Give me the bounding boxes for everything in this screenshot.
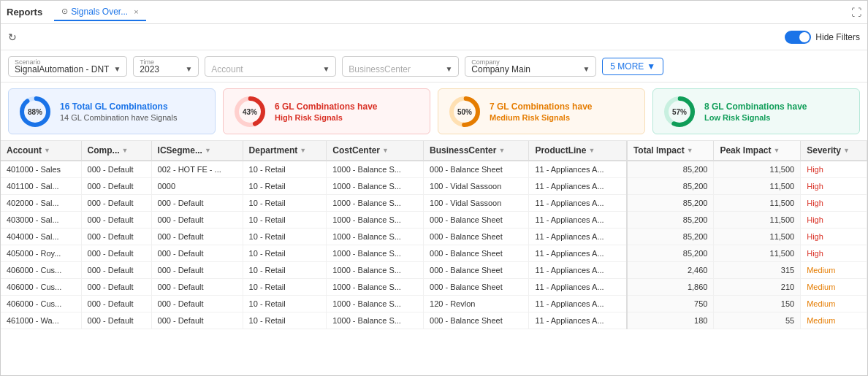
summary-text-orange: 7 GL Combinations have Medium Risk Signa…: [490, 101, 636, 122]
bc-filter[interactable]: BusinessCenter ▼: [342, 56, 459, 77]
col-header-comp[interactable]: Comp...▼: [81, 141, 151, 161]
sort-icon-peak[interactable]: ▼: [773, 147, 780, 154]
table-row[interactable]: 401100 - Sal...000 - Default000010 - Ret…: [1, 178, 867, 195]
summary-desc-red: High Risk Signals: [275, 113, 421, 122]
table-row[interactable]: 406000 - Cus...000 - Default000 - Defaul…: [1, 279, 867, 296]
col-header-total[interactable]: Total Impact▼: [627, 141, 714, 161]
table-row[interactable]: 406000 - Cus...000 - Default000 - Defaul…: [1, 262, 867, 279]
sort-icon-product[interactable]: ▼: [588, 147, 595, 154]
table-cell: 000 - Default: [81, 262, 151, 279]
summary-desc-teal: Low Risk Signals: [704, 113, 850, 122]
table-cell: 000 - Balance Sheet: [424, 262, 529, 279]
table-cell: 11,500: [714, 178, 801, 195]
table-cell: 10 - Retail: [243, 312, 327, 329]
company-filter[interactable]: Company Company Main ▼: [465, 56, 596, 77]
table-cell: 11 - Appliances A...: [529, 178, 627, 195]
table-cell: High: [801, 229, 867, 245]
company-value[interactable]: Company Main ▼: [471, 64, 590, 74]
sort-icon-bc[interactable]: ▼: [498, 147, 505, 154]
table-cell: 000 - Default: [151, 279, 243, 296]
table-cell: High: [801, 161, 867, 178]
table-cell: 1000 - Balance S...: [327, 161, 424, 178]
maximize-button[interactable]: ⛶: [851, 7, 861, 18]
summary-card-red: 43% 6 GL Combinations have High Risk Sig…: [223, 88, 430, 134]
more-filters-button[interactable]: 5 MORE ▼: [602, 58, 663, 75]
table-cell: 000 - Default: [151, 312, 243, 329]
col-header-cost[interactable]: CostCenter▼: [327, 141, 424, 161]
time-value[interactable]: 2023 ▼: [140, 64, 192, 74]
table-cell: 100 - Vidal Sassoon: [424, 178, 529, 195]
table-cell: 180: [627, 312, 714, 329]
table-cell: 000 - Balance Sheet: [424, 161, 529, 178]
scenario-value[interactable]: SignalAutomation - DNT ▼: [15, 64, 121, 74]
table-cell: 85,200: [627, 178, 714, 195]
col-header-peak[interactable]: Peak Impact▼: [714, 141, 801, 161]
table-row[interactable]: 405000 - Roy...000 - Default000 - Defaul…: [1, 245, 867, 262]
table-cell: 11 - Appliances A...: [529, 229, 627, 245]
hide-filters-toggle[interactable]: [785, 31, 811, 44]
col-header-severity[interactable]: Severity▼: [801, 141, 867, 161]
table-row[interactable]: 401000 - Sales000 - Default002 - HOT FE …: [1, 161, 867, 178]
bc-value[interactable]: BusinessCenter ▼: [349, 64, 452, 74]
account-arrow-icon: ▼: [322, 65, 330, 73]
data-table: Account▼ Comp...▼ ICSegme...▼ Department…: [1, 141, 867, 329]
col-header-icseg[interactable]: ICSegme...▼: [151, 141, 243, 161]
table-cell: 10 - Retail: [243, 212, 327, 229]
col-header-bc[interactable]: BusinessCenter▼: [424, 141, 529, 161]
table-cell: 403000 - Sal...: [1, 212, 81, 229]
sort-icon-dept[interactable]: ▼: [300, 147, 306, 154]
summary-desc-blue: 14 GL Combination have Signals: [60, 113, 206, 122]
scenario-arrow-icon: ▼: [113, 65, 121, 73]
tab-close-button[interactable]: ×: [134, 7, 138, 16]
col-header-dept[interactable]: Department▼: [243, 141, 327, 161]
active-tab[interactable]: ⊙ Signals Over... ×: [54, 4, 145, 21]
table-row[interactable]: 402000 - Sal...000 - Default000 - Defaul…: [1, 195, 867, 212]
table-cell: 11 - Appliances A...: [529, 296, 627, 312]
table-cell: 000 - Default: [151, 262, 243, 279]
table-cell: 000 - Default: [151, 245, 243, 262]
filters-row: Scenario SignalAutomation - DNT ▼ Time 2…: [1, 50, 867, 83]
table-cell: 000 - Balance Sheet: [424, 245, 529, 262]
sort-icon-icseg[interactable]: ▼: [205, 147, 211, 154]
table-cell: 85,200: [627, 212, 714, 229]
sort-icon-severity[interactable]: ▼: [843, 147, 850, 154]
data-table-container: Account▼ Comp...▼ ICSegme...▼ Department…: [1, 141, 867, 375]
scenario-label: Scenario: [15, 58, 41, 66]
table-cell: High: [801, 178, 867, 195]
table-cell: 11,500: [714, 195, 801, 212]
scenario-filter[interactable]: Scenario SignalAutomation - DNT ▼: [8, 56, 127, 77]
sort-icon-total[interactable]: ▼: [687, 147, 693, 154]
summary-desc-orange: Medium Risk Signals: [490, 113, 636, 122]
table-cell: 000 - Default: [81, 296, 151, 312]
table-cell: High: [801, 212, 867, 229]
table-cell: 85,200: [627, 245, 714, 262]
table-row[interactable]: 403000 - Sal...000 - Default000 - Defaul…: [1, 212, 867, 229]
table-cell: High: [801, 245, 867, 262]
table-cell: Medium: [801, 262, 867, 279]
table-wrapper[interactable]: Account▼ Comp...▼ ICSegme...▼ Department…: [1, 141, 867, 375]
account-filter[interactable]: Account ▼: [205, 56, 336, 77]
table-cell: 401000 - Sales: [1, 161, 81, 178]
col-header-product[interactable]: ProductLine▼: [529, 141, 627, 161]
title-bar-right: ⛶: [851, 7, 861, 18]
table-cell: 11,500: [714, 245, 801, 262]
sort-icon-account[interactable]: ▼: [44, 147, 50, 154]
donut-red-label: 43%: [243, 107, 257, 115]
time-filter[interactable]: Time 2023 ▼: [133, 56, 199, 77]
table-cell: 100 - Vidal Sassoon: [424, 195, 529, 212]
table-cell: 000 - Default: [81, 178, 151, 195]
table-row[interactable]: 406000 - Cus...000 - Default000 - Defaul…: [1, 296, 867, 312]
table-row[interactable]: 404000 - Sal...000 - Default000 - Defaul…: [1, 229, 867, 245]
table-cell: 2,460: [627, 262, 714, 279]
summary-count-red: 6 GL Combinations have: [275, 101, 421, 112]
sort-icon-cost[interactable]: ▼: [382, 147, 389, 154]
sort-icon-comp[interactable]: ▼: [122, 147, 129, 154]
table-cell: 1000 - Balance S...: [327, 195, 424, 212]
table-cell: 11,500: [714, 161, 801, 178]
table-row[interactable]: 461000 - Wa...000 - Default000 - Default…: [1, 312, 867, 329]
refresh-icon[interactable]: ↻: [8, 31, 17, 43]
col-header-account[interactable]: Account▼: [1, 141, 81, 161]
account-value[interactable]: Account ▼: [211, 64, 330, 74]
table-cell: 10 - Retail: [243, 161, 327, 178]
summary-card-blue: 88% 16 Total GL Combinations 14 GL Combi…: [8, 88, 216, 134]
